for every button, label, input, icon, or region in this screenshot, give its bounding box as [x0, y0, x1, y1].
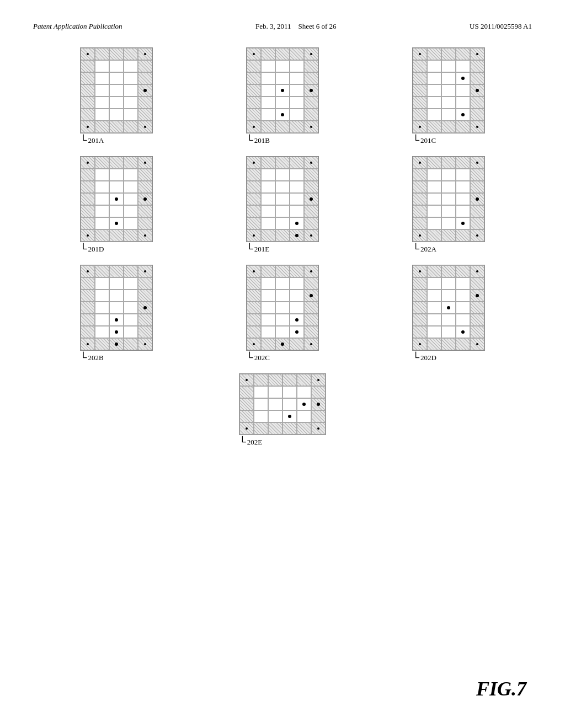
cell — [290, 109, 304, 121]
cell — [470, 169, 484, 181]
cell — [290, 157, 304, 169]
cell — [456, 326, 470, 338]
cell — [456, 302, 470, 314]
diagram-wrapper-201E: └201E — [246, 156, 319, 255]
diagram-id-text: 202B — [88, 354, 103, 362]
cell — [81, 290, 95, 302]
grid-201A — [80, 47, 153, 133]
dot-marker — [281, 89, 284, 92]
cell — [247, 277, 261, 290]
cell — [124, 97, 138, 109]
cell — [138, 205, 152, 217]
corner-anchor — [476, 270, 478, 272]
cell — [247, 60, 261, 72]
cell — [95, 84, 109, 97]
figure-label: FIG.7 — [476, 677, 526, 700]
cell — [275, 229, 290, 242]
cell — [95, 97, 109, 109]
cell — [470, 60, 484, 72]
cell — [456, 265, 470, 277]
cell — [124, 229, 138, 242]
cell — [413, 229, 427, 242]
cell — [109, 60, 124, 72]
cell — [275, 60, 290, 72]
dot-marker — [295, 234, 299, 237]
cell — [268, 374, 282, 386]
cell — [282, 410, 297, 422]
cell — [441, 60, 456, 72]
cell — [470, 277, 484, 290]
cell — [95, 205, 109, 217]
cell — [427, 338, 441, 350]
cell — [456, 193, 470, 205]
cell — [311, 386, 326, 398]
cell — [254, 410, 268, 422]
cell — [413, 326, 427, 338]
corner-anchor — [144, 343, 146, 345]
corner-anchor — [87, 234, 89, 237]
cell — [470, 97, 484, 109]
cell — [427, 265, 441, 277]
bracket-icon: └ — [80, 352, 87, 363]
cell — [456, 157, 470, 169]
cell — [470, 229, 484, 242]
corner-anchor — [419, 343, 421, 345]
cell — [427, 326, 441, 338]
diagram-id-text: 202E — [247, 438, 262, 447]
cell — [413, 338, 427, 350]
cell — [109, 302, 124, 314]
cell — [81, 181, 95, 193]
cell — [441, 205, 456, 217]
cell — [95, 48, 109, 60]
cell — [109, 338, 124, 350]
cell — [290, 205, 304, 217]
dot-marker — [447, 306, 450, 309]
corner-anchor — [310, 162, 312, 164]
cell — [275, 277, 290, 290]
cell — [413, 217, 427, 229]
diagram-label-201B: └201B — [246, 135, 270, 146]
cell — [290, 48, 304, 60]
cell — [470, 193, 484, 205]
cell — [138, 181, 152, 193]
corner-anchor — [476, 343, 478, 345]
dot-marker — [115, 330, 118, 334]
diagram-id-text: 201D — [88, 245, 104, 254]
cell — [441, 314, 456, 326]
grid-202C — [246, 265, 319, 351]
diagram-wrapper-202E: └202E — [239, 373, 326, 448]
cell — [275, 338, 290, 350]
corner-anchor — [253, 162, 255, 164]
bracket-icon: └ — [412, 243, 419, 255]
cell — [81, 169, 95, 181]
cell — [427, 277, 441, 290]
cell — [441, 338, 456, 350]
dot-marker — [461, 113, 465, 116]
cell — [275, 72, 290, 84]
cell — [109, 290, 124, 302]
dot-marker — [476, 294, 479, 297]
cell — [138, 217, 152, 229]
diagram-wrapper-201D: └201D — [80, 156, 153, 255]
cell — [413, 205, 427, 217]
cell — [124, 290, 138, 302]
cell — [304, 302, 318, 314]
cell — [81, 109, 95, 121]
cell — [261, 290, 275, 302]
corner-anchor — [144, 234, 146, 237]
corner-anchor — [310, 234, 312, 237]
diagram-id-text: 202D — [420, 354, 436, 362]
cell — [275, 48, 290, 60]
cell — [261, 60, 275, 72]
diagram-wrapper-201A: └201A — [80, 47, 153, 146]
cell — [275, 290, 290, 302]
cell — [290, 338, 304, 350]
cell — [413, 290, 427, 302]
cell — [427, 109, 441, 121]
diagram-label-202A: └202A — [412, 243, 436, 255]
bracket-icon: └ — [246, 135, 253, 146]
cell — [413, 121, 427, 133]
diagram-wrapper-202B: └202B — [80, 265, 153, 363]
cell — [81, 121, 95, 133]
cell — [304, 290, 318, 302]
